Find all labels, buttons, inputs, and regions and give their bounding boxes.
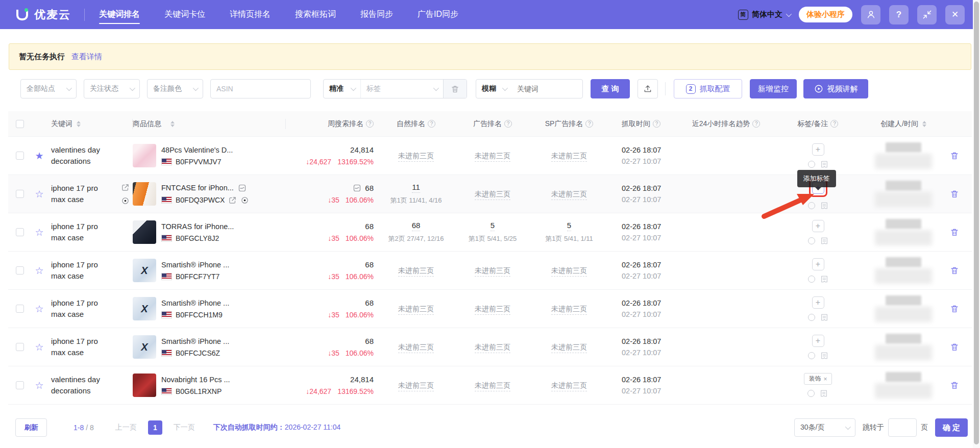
page-number-1[interactable]: 1 [148,420,162,435]
note-icon[interactable] [820,389,828,397]
sp-ad-rank-cell[interactable]: 未进前三页 [551,152,587,162]
sp-ad-rank-cell[interactable]: 未进前三页 [551,305,587,315]
video-guide-button[interactable]: 视频讲解 [803,79,868,98]
ad-rank-cell[interactable]: 未进前三页 [475,343,510,353]
keyword-text[interactable]: valentines daydecorations [51,374,100,396]
tag-match-select[interactable]: 精准 [324,80,360,98]
language-selector[interactable]: 简 简体中文 [738,10,790,20]
asin-input[interactable] [216,85,305,93]
favorite-star-icon[interactable]: ★ [35,151,43,161]
info-icon[interactable]: ? [366,120,374,128]
info-icon[interactable]: ? [830,120,838,128]
delete-row-button[interactable] [944,228,965,237]
favorite-star-icon[interactable]: ☆ [35,381,43,390]
note-color-icon[interactable] [808,161,815,168]
product-asin[interactable]: B0FFCCH1M9 [176,311,223,319]
keyword-match-select[interactable]: 模糊 [476,80,512,98]
clear-tag-button[interactable] [443,80,467,98]
nav-item-searchbox-words[interactable]: 搜索框拓词 [295,1,336,29]
trend-chart-icon[interactable] [238,184,247,192]
favorite-star-icon[interactable]: ☆ [35,304,43,314]
row-checkbox[interactable] [16,343,24,351]
note-color-icon[interactable] [807,390,815,397]
product-asin[interactable]: B0FGCLY8J2 [176,234,219,242]
next-page-button[interactable]: 下一页 [174,423,195,432]
delete-row-button[interactable] [944,342,965,352]
nav-item-detail-rank[interactable]: 详情页排名 [230,1,271,29]
keyword-input[interactable] [512,80,582,98]
keyword-text[interactable]: valentines daydecorations [51,144,100,167]
info-icon[interactable]: ? [752,120,760,128]
ad-rank-cell[interactable]: 未进前三页 [475,266,510,277]
natural-rank-cell[interactable]: 未进前三页 [398,305,434,315]
sp-ad-rank-cell[interactable]: 未进前三页 [551,381,587,391]
nav-item-keyword-rank[interactable]: 关键词排名 [99,1,140,29]
note-icon[interactable] [820,352,828,360]
note-color-icon[interactable] [808,352,815,359]
site-select[interactable]: 全部站点 [20,79,77,98]
keyword-text[interactable]: iphone 17 promax case [51,297,98,320]
remove-tag-icon[interactable]: × [823,376,827,383]
tag-select[interactable]: 标签 [360,80,443,98]
external-link-icon[interactable] [121,183,130,192]
collapse-window-button[interactable] [917,5,937,24]
add-tag-button[interactable]: + [812,335,824,347]
row-checkbox[interactable] [16,381,24,389]
keyword-text[interactable]: iphone 17 promax case [51,221,98,243]
product-image[interactable] [133,374,156,397]
note-color-select[interactable]: 备注颜色 [147,79,203,98]
notice-detail-link[interactable]: 查看详情 [71,52,102,62]
follow-status-select[interactable]: 关注状态 [84,79,140,98]
crawl-config-button[interactable]: 2 抓取配置 [674,79,742,98]
delete-row-button[interactable] [944,381,965,390]
note-icon[interactable] [820,237,828,245]
keyword-text[interactable]: iphone 17 promax case [51,259,98,282]
product-asin[interactable]: B0FFCF7YT7 [176,272,219,281]
nav-item-keyword-slot[interactable]: 关键词卡位 [164,1,205,29]
scrollbar-track[interactable] [973,0,980,448]
delete-row-button[interactable] [944,266,965,275]
note-icon[interactable] [820,202,828,210]
product-image[interactable] [133,220,156,244]
product-image[interactable]: X [133,297,156,320]
info-icon[interactable]: ? [428,120,435,128]
product-title[interactable]: Smartish® iPhone ... [161,337,229,345]
close-window-button[interactable]: ✕ [945,5,965,24]
sort-keyword[interactable] [77,121,81,127]
add-tag-button[interactable]: + [812,258,824,270]
page-size-select[interactable]: 30条/页 [794,418,855,437]
nav-item-report-sync[interactable]: 报告同步 [360,1,393,29]
sort-creator[interactable] [922,121,926,127]
keyword-text[interactable]: iphone 17 promax case [51,336,98,358]
info-icon[interactable]: ? [504,120,512,128]
info-icon[interactable]: ? [653,120,660,128]
delete-row-button[interactable] [944,151,965,160]
product-asin[interactable]: B0FDQ3PWCX [176,196,225,204]
external-link-icon[interactable] [228,196,237,205]
nav-item-ad-id-sync[interactable]: 广告ID同步 [418,1,458,29]
ad-rank-cell[interactable]: 未进前三页 [475,190,510,200]
product-image[interactable] [133,182,156,206]
add-monitor-button[interactable]: 新增监控 [750,79,797,98]
sp-ad-rank-cell[interactable]: 未进前三页 [551,190,587,200]
favorite-star-icon[interactable]: ☆ [35,266,43,276]
select-all-checkbox[interactable] [16,120,24,128]
confirm-jump-button[interactable]: 确 定 [935,418,968,437]
search-button[interactable]: 查 询 [591,79,630,98]
note-color-icon[interactable] [808,276,815,283]
natural-rank-cell[interactable]: 未进前三页 [398,343,434,353]
row-checkbox[interactable] [16,266,24,275]
tag-pill[interactable]: 装饰 × [804,373,831,385]
note-color-icon[interactable] [808,314,815,321]
product-title[interactable]: 48Pcs Valentine's D... [161,146,233,154]
help-button[interactable]: ? [889,5,909,24]
natural-rank-cell[interactable]: 未进前三页 [398,266,434,277]
add-tag-button[interactable]: + [812,220,824,232]
row-checkbox[interactable] [16,152,24,160]
keyword-text[interactable]: iphone 17 promax case [51,183,98,205]
product-image[interactable] [133,144,156,167]
product-asin[interactable]: B0G6L1RXNP [176,387,222,395]
product-title[interactable]: Novabright 16 Pcs ... [161,376,230,384]
trend-chart-icon[interactable] [353,184,361,192]
product-title[interactable]: FNTCASE for iPhon... [161,184,249,192]
